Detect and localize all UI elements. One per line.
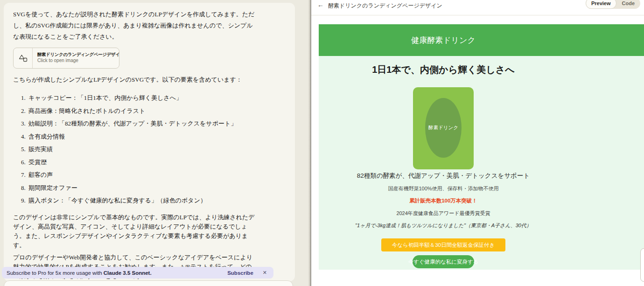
lp-header-band: 健康酵素ドリンク [319, 24, 644, 56]
artifact-card[interactable]: 酵素ドリンクのランディングページデザイン Click to open image [13, 48, 119, 69]
floating-panel-edge [640, 248, 644, 282]
list-item: 購入ボタン：「今すぐ健康的な私に変身する」（緑色のボタン） [27, 194, 286, 207]
artifact-card-text: 酵素ドリンクのランディングページデザイン Click to open image [33, 48, 119, 68]
list-item: 販売実績 [27, 143, 286, 156]
list-item: キャッチコピー：「1日1本で、内側から輝く美しさへ」 [27, 91, 286, 105]
artifact-card-subtitle: Click to open image [37, 57, 114, 63]
lp-headline: 1日1本で、内側から輝く美しさへ [319, 63, 568, 76]
svg-preview: 健康酵素ドリンク 1日1本で、内側から輝く美しさへ 酵素ドリンク 82種類の酵素… [319, 24, 644, 270]
artifact-image-icon [14, 48, 33, 68]
lp-cta-button[interactable]: 今すぐ健康的な私に変身する [413, 255, 474, 268]
lp-sales-text: 累計販売本数100万本突破！ [319, 197, 568, 204]
tab-preview[interactable]: Preview [586, 0, 616, 9]
view-toggle: Preview Code [586, 0, 640, 9]
lp-cta-label: 今すぐ健康的な私に変身する [408, 258, 478, 265]
banner-message: Subscribe to Pro for 5x more usage with … [7, 270, 227, 276]
list-item: 効能説明：「82種類の酵素が、代謝アップ・美肌・デトックスをサポート」 [27, 117, 286, 130]
list-item: 受賞歴 [27, 156, 286, 169]
subscribe-banner: Subscribe to Pro for 5x more usage with … [2, 267, 273, 279]
artifact-panel: ← 酵素ドリンクのランディングページデザイン Preview Code 健康酵素… [311, 0, 644, 286]
close-icon[interactable]: ✕ [263, 270, 267, 276]
assistant-message: SVGを使って、あなたが説明された酵素ドリンクのLPデザインを作成してみます。た… [4, 3, 295, 281]
lp-ingredients-text: 国産有機野菜100%使用、保存料・添加物不使用 [319, 185, 568, 192]
artifact-card-title: 酵素ドリンクのランディングページデザイン [37, 51, 114, 57]
lp-product-image: 酵素ドリンク [413, 87, 474, 169]
lp-testimonial-text: "1ヶ月で-3kg達成！肌もツルツルになりました"（東京都・A子さん、30代） [319, 222, 568, 229]
lp-brand-title: 健康酵素ドリンク [319, 35, 568, 46]
list-item: 顧客の声 [27, 168, 286, 181]
assistant-paragraph-2: こちらが作成したシンプルなLPデザインのSVGです。以下の要素を含めています： [13, 74, 255, 85]
artifact-header: ← 酵素ドリンクのランディングページデザイン Preview Code [311, 0, 644, 15]
list-item: 含有成分情報 [27, 130, 286, 143]
chat-input[interactable] [4, 280, 293, 286]
panel-divider [308, 0, 311, 286]
design-elements-list: キャッチコピー：「1日1本で、内側から輝く美しさへ」 商品画像：簡略化されたボト… [13, 91, 286, 207]
assistant-paragraph-1: SVGを使って、あなたが説明された酵素ドリンクのLPデザインを作成してみます。た… [13, 9, 255, 42]
banner-model-name: Claude 3.5 Sonnet. [104, 270, 152, 276]
banner-message-text: Subscribe to Pro for 5x more usage with [7, 270, 104, 276]
list-item: 商品画像：簡略化されたボトルのイラスト [27, 105, 286, 118]
artifact-title: 酵素ドリンクのランディングページデザイン [328, 2, 442, 10]
tab-code[interactable]: Code [616, 0, 641, 9]
assistant-paragraph-3: このデザインは非常にシンプルで基本的なものです。実際のLPでは、より洗練されたデ… [13, 213, 255, 250]
subscribe-link[interactable]: Subscribe [227, 270, 253, 276]
back-arrow-icon[interactable]: ← [317, 1, 324, 8]
lp-bottle-ellipse: 酵素ドリンク [425, 98, 462, 158]
lp-efficacy-text: 82種類の酵素が、代謝アップ・美肌・デトックスをサポート [319, 172, 568, 180]
list-item: 期間限定オファー [27, 181, 286, 195]
lp-bottle-label: 酵素ドリンク [428, 125, 458, 131]
lp-body: 1日1本で、内側から輝く美しさへ 酵素ドリンク 82種類の酵素が、代謝アップ・美… [319, 56, 644, 270]
lp-offer-banner: 今なら初回半額＆30日間全額返金保証付き [381, 238, 505, 251]
lp-award-text: 2024年度健康食品アワード最優秀賞受賞 [319, 210, 568, 217]
chat-panel: SVGを使って、あなたが説明された酵素ドリンクのLPデザインを作成してみます。た… [0, 0, 308, 286]
claude-app: SVGを使って、あなたが説明された酵素ドリンクのLPデザインを作成してみます。た… [0, 0, 644, 286]
